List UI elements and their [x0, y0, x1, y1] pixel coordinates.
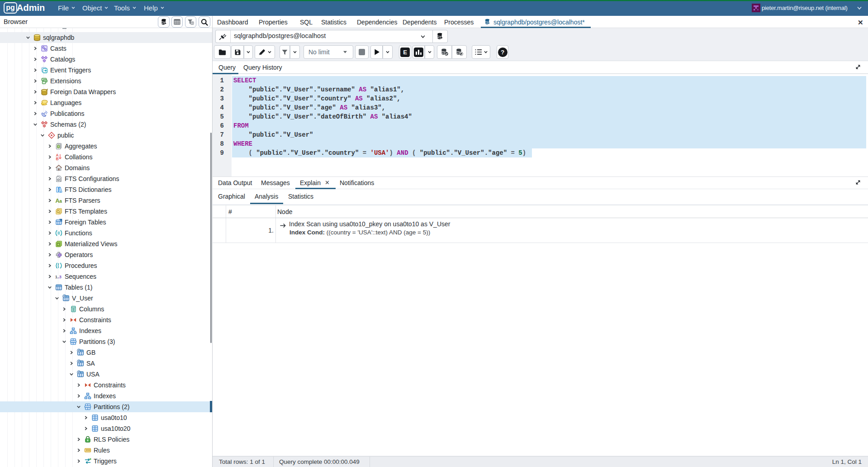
svg-text:P: P [78, 349, 80, 352]
svg-text:B: B [56, 157, 58, 161]
svg-text:a: a [59, 199, 62, 204]
svg-text:P: P [63, 295, 65, 298]
svg-text:P: P [78, 371, 80, 374]
svg-text:.3: .3 [57, 274, 61, 279]
svg-text:P: P [78, 360, 80, 363]
